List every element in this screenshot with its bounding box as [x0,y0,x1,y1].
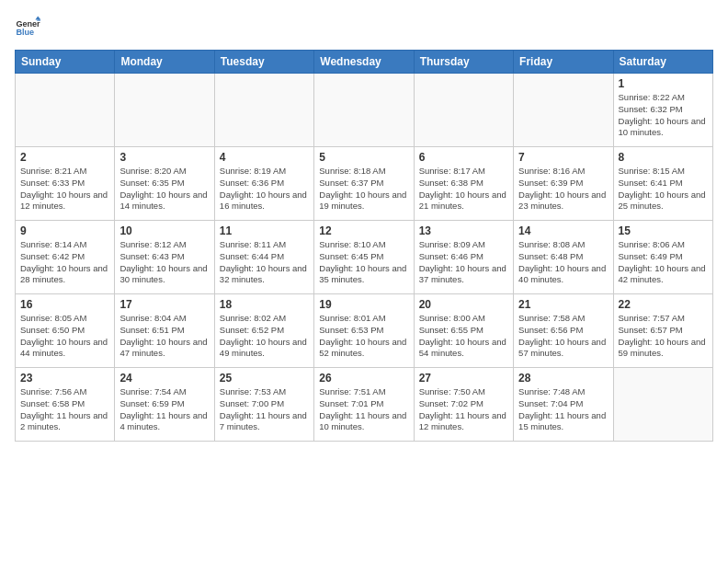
day-number: 4 [220,151,309,164]
weekday-header-thursday: Thursday [414,51,513,74]
calendar-cell: 4Sunrise: 8:19 AM Sunset: 6:36 PM Daylig… [214,147,313,221]
day-info: Sunrise: 7:50 AM Sunset: 7:02 PM Dayligh… [419,386,508,433]
svg-text:General: General [16,19,40,29]
day-info: Sunrise: 8:02 AM Sunset: 6:52 PM Dayligh… [220,313,309,360]
day-info: Sunrise: 7:57 AM Sunset: 6:57 PM Dayligh… [619,313,708,360]
calendar-cell: 14Sunrise: 8:08 AM Sunset: 6:48 PM Dayli… [514,221,613,294]
calendar-header-row: SundayMondayTuesdayWednesdayThursdayFrid… [16,51,713,74]
day-info: Sunrise: 8:22 AM Sunset: 6:32 PM Dayligh… [619,92,708,139]
calendar-cell: 11Sunrise: 8:11 AM Sunset: 6:44 PM Dayli… [214,221,313,294]
calendar-cell: 21Sunrise: 7:58 AM Sunset: 6:56 PM Dayli… [514,294,613,368]
calendar-cell: 25Sunrise: 7:53 AM Sunset: 7:00 PM Dayli… [214,368,313,442]
day-info: Sunrise: 7:48 AM Sunset: 7:04 PM Dayligh… [518,386,608,433]
day-number: 13 [419,224,508,237]
day-info: Sunrise: 8:19 AM Sunset: 6:36 PM Dayligh… [220,166,309,213]
day-number: 3 [119,151,209,164]
calendar-week-3: 9Sunrise: 8:14 AM Sunset: 6:42 PM Daylig… [16,221,713,294]
day-number: 1 [619,77,708,90]
day-info: Sunrise: 8:01 AM Sunset: 6:53 PM Dayligh… [319,313,408,360]
calendar-cell: 10Sunrise: 8:12 AM Sunset: 6:43 PM Dayli… [115,221,214,294]
day-info: Sunrise: 8:14 AM Sunset: 6:42 PM Dayligh… [20,239,109,286]
day-info: Sunrise: 8:16 AM Sunset: 6:39 PM Dayligh… [518,166,608,213]
calendar-cell: 7Sunrise: 8:16 AM Sunset: 6:39 PM Daylig… [514,147,613,221]
day-number: 17 [119,298,209,311]
weekday-header-tuesday: Tuesday [214,51,313,74]
calendar-cell: 28Sunrise: 7:48 AM Sunset: 7:04 PM Dayli… [514,368,613,442]
day-info: Sunrise: 8:00 AM Sunset: 6:55 PM Dayligh… [419,313,508,360]
day-number: 23 [20,372,109,385]
day-number: 2 [20,151,109,164]
day-info: Sunrise: 7:53 AM Sunset: 7:00 PM Dayligh… [220,386,309,433]
day-number: 10 [119,224,209,237]
day-info: Sunrise: 8:18 AM Sunset: 6:37 PM Dayligh… [319,166,408,213]
calendar-cell: 18Sunrise: 8:02 AM Sunset: 6:52 PM Dayli… [214,294,313,368]
day-number: 7 [518,151,608,164]
day-number: 25 [220,372,309,385]
calendar-cell: 12Sunrise: 8:10 AM Sunset: 6:45 PM Dayli… [314,221,414,294]
day-number: 20 [419,298,508,311]
calendar-cell [214,74,313,147]
weekday-header-friday: Friday [514,51,613,74]
calendar-cell: 16Sunrise: 8:05 AM Sunset: 6:50 PM Dayli… [16,294,115,368]
weekday-header-wednesday: Wednesday [314,51,414,74]
calendar-cell: 3Sunrise: 8:20 AM Sunset: 6:35 PM Daylig… [115,147,214,221]
day-info: Sunrise: 8:08 AM Sunset: 6:48 PM Dayligh… [518,239,608,286]
day-info: Sunrise: 8:09 AM Sunset: 6:46 PM Dayligh… [419,239,508,286]
day-number: 15 [619,224,708,237]
calendar-cell [16,74,115,147]
calendar-cell: 19Sunrise: 8:01 AM Sunset: 6:53 PM Dayli… [314,294,414,368]
day-number: 11 [220,224,309,237]
day-info: Sunrise: 8:05 AM Sunset: 6:50 PM Dayligh… [20,313,109,360]
day-number: 8 [619,151,708,164]
day-number: 14 [518,224,608,237]
day-info: Sunrise: 8:15 AM Sunset: 6:41 PM Dayligh… [619,166,708,213]
day-number: 19 [319,298,408,311]
calendar-cell: 5Sunrise: 8:18 AM Sunset: 6:37 PM Daylig… [314,147,414,221]
calendar-week-1: 1Sunrise: 8:22 AM Sunset: 6:32 PM Daylig… [16,74,713,147]
calendar-cell: 20Sunrise: 8:00 AM Sunset: 6:55 PM Dayli… [414,294,513,368]
calendar-cell: 8Sunrise: 8:15 AM Sunset: 6:41 PM Daylig… [613,147,712,221]
day-number: 12 [319,224,408,237]
day-number: 22 [619,298,708,311]
day-info: Sunrise: 7:58 AM Sunset: 6:56 PM Dayligh… [518,313,608,360]
calendar-cell [115,74,214,147]
day-number: 16 [20,298,109,311]
calendar-cell: 17Sunrise: 8:04 AM Sunset: 6:51 PM Dayli… [115,294,214,368]
svg-text:Blue: Blue [16,28,34,37]
calendar-cell: 15Sunrise: 8:06 AM Sunset: 6:49 PM Dayli… [613,221,712,294]
logo-icon: General Blue [15,15,40,40]
calendar-cell: 2Sunrise: 8:21 AM Sunset: 6:33 PM Daylig… [16,147,115,221]
day-info: Sunrise: 8:21 AM Sunset: 6:33 PM Dayligh… [20,166,109,213]
calendar-cell: 6Sunrise: 8:17 AM Sunset: 6:38 PM Daylig… [414,147,513,221]
day-info: Sunrise: 8:11 AM Sunset: 6:44 PM Dayligh… [220,239,309,286]
calendar-cell: 13Sunrise: 8:09 AM Sunset: 6:46 PM Dayli… [414,221,513,294]
day-number: 18 [220,298,309,311]
day-info: Sunrise: 8:06 AM Sunset: 6:49 PM Dayligh… [619,239,708,286]
day-number: 5 [319,151,408,164]
logo: General Blue [15,15,44,40]
calendar-cell: 27Sunrise: 7:50 AM Sunset: 7:02 PM Dayli… [414,368,513,442]
day-info: Sunrise: 7:54 AM Sunset: 6:59 PM Dayligh… [119,386,209,433]
calendar-cell [514,74,613,147]
weekday-header-saturday: Saturday [613,51,712,74]
day-info: Sunrise: 7:56 AM Sunset: 6:58 PM Dayligh… [20,386,109,433]
calendar-cell: 1Sunrise: 8:22 AM Sunset: 6:32 PM Daylig… [613,74,712,147]
calendar-cell: 26Sunrise: 7:51 AM Sunset: 7:01 PM Dayli… [314,368,414,442]
day-info: Sunrise: 8:17 AM Sunset: 6:38 PM Dayligh… [419,166,508,213]
weekday-header-sunday: Sunday [16,51,115,74]
calendar-cell: 9Sunrise: 8:14 AM Sunset: 6:42 PM Daylig… [16,221,115,294]
weekday-header-monday: Monday [115,51,214,74]
day-number: 24 [119,372,209,385]
day-number: 28 [518,372,608,385]
calendar-week-4: 16Sunrise: 8:05 AM Sunset: 6:50 PM Dayli… [16,294,713,368]
calendar-table: SundayMondayTuesdayWednesdayThursdayFrid… [15,50,713,442]
day-info: Sunrise: 8:12 AM Sunset: 6:43 PM Dayligh… [119,239,209,286]
day-number: 26 [319,372,408,385]
day-info: Sunrise: 8:04 AM Sunset: 6:51 PM Dayligh… [119,313,209,360]
calendar-cell [314,74,414,147]
calendar-cell [414,74,513,147]
calendar-cell: 23Sunrise: 7:56 AM Sunset: 6:58 PM Dayli… [16,368,115,442]
day-number: 27 [419,372,508,385]
day-number: 21 [518,298,608,311]
day-info: Sunrise: 8:20 AM Sunset: 6:35 PM Dayligh… [119,166,209,213]
